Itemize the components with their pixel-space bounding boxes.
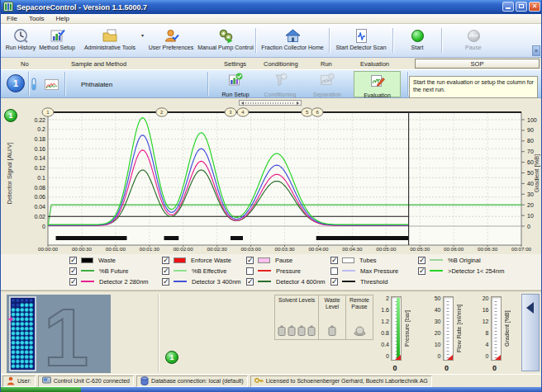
right-axis-label: Gradient [%B] [533, 154, 540, 193]
step-button-evaluation[interactable]: Evaluation [354, 71, 401, 97]
gauge-tick: 10 [435, 342, 441, 347]
legend-label: >Detector 1< 254nm [448, 267, 504, 275]
menu-item-file[interactable]: File [1, 15, 23, 22]
sphere-stop-icon: STOP [468, 27, 480, 44]
legend-swatch [81, 257, 93, 263]
legend-checkbox[interactable]: ✓ [69, 278, 77, 286]
restore-button[interactable] [516, 2, 527, 12]
minimize-button[interactable] [502, 2, 514, 12]
legend-item--detector-1-254nm: ✓>Detector 1< 254nm [418, 267, 504, 275]
menu-item-tools[interactable]: Tools [23, 15, 50, 22]
toolbar-button-start-detector-scan[interactable]: Start Detector Scan [331, 25, 391, 56]
chromatogram-chart: 00.020.040.060.080.10.120.140.160.180.20… [1, 107, 542, 254]
legend-checkbox[interactable]: ✓ [69, 257, 77, 264]
toolbar-button-administrative-tools[interactable]: ▾Administrative Tools [75, 25, 145, 56]
svg-text:0: 0 [527, 224, 530, 229]
legend-label: Detector 2 280nm [99, 278, 149, 286]
scroll-left-icon[interactable] [241, 102, 244, 105]
legend-item--b-effective: ✓%B Effective [162, 267, 226, 275]
legend-item-detector-2-280nm: ✓Detector 2 280nm [69, 277, 149, 286]
close-button[interactable]: ✕ [529, 2, 540, 12]
step-button-run-setup[interactable]: Run Setup [209, 71, 262, 97]
row-cell-divider [64, 72, 65, 96]
legend-checkbox[interactable]: ✓ [246, 278, 254, 286]
bottom-strip-blue [81, 387, 542, 392]
toolbar-button-label: Pause [465, 45, 482, 50]
legend-checkbox[interactable]: ✓ [246, 257, 254, 264]
legend-label: Detector 3 400nm [192, 278, 241, 286]
legend-checkbox[interactable]: ✓ [418, 267, 426, 275]
legend-swatch [430, 270, 443, 272]
home-icon [285, 27, 301, 44]
toolbar-button-start[interactable]: Start [395, 25, 440, 56]
legend-checkbox[interactable] [246, 267, 254, 275]
stop-sphere-icon: STOP [468, 30, 480, 42]
gauge-gradient-b-: 201612840Gradient [%B]0 [471, 295, 518, 372]
header-column-no: No [21, 60, 29, 68]
start-sphere-icon [411, 30, 424, 42]
step-label: Conditioning [264, 92, 297, 97]
legend-item-detector-3-400nm: ✓Detector 3 400nm [162, 277, 241, 286]
toolbar-button-method-setup[interactable]: Method Setup [39, 25, 75, 56]
toolbar: Run HistoryMethod Setup▾Administrative T… [1, 24, 542, 58]
menu-item-help[interactable]: Help [50, 15, 75, 22]
chromatogram-panel: 00.020.040.060.080.10.120.140.160.180.20… [1, 107, 542, 254]
database-icon [140, 376, 149, 386]
toolbar-button-label: Method Setup [39, 45, 75, 50]
step-separation-icon [320, 73, 335, 91]
toolbar-button-fraction-collector-home[interactable]: Fraction Collector Home [258, 25, 327, 56]
legend-checkbox[interactable]: ✓ [418, 257, 426, 264]
gauge-tick: 1.2 [381, 319, 389, 324]
run-number-badge: 1 [7, 74, 25, 92]
legend-swatch [342, 270, 355, 272]
toolbar-separator [255, 28, 256, 53]
toolbar-button-run-history[interactable]: Run History [2, 25, 39, 56]
legend-label: Pressure [276, 267, 301, 275]
svg-text:00:05:00: 00:05:00 [376, 246, 397, 252]
legend-checkbox[interactable]: ✓ [330, 278, 338, 286]
svg-text:0.18: 0.18 [34, 136, 45, 142]
step-label: Separation [313, 92, 341, 97]
legend-checkbox[interactable]: ✓ [162, 257, 169, 264]
svg-text:00:07:00: 00:07:00 [511, 246, 532, 252]
collapse-panel-button[interactable] [521, 294, 540, 371]
toolbar-overflow-button[interactable]: » [532, 45, 540, 56]
bottom-strip-green [1, 387, 81, 392]
sop-button[interactable]: SOP [415, 59, 540, 68]
toolbar-button-user-preferences[interactable]: User Preferences [145, 25, 197, 56]
row-cell-divider [207, 72, 208, 96]
collapse-arrow-icon [526, 302, 534, 314]
gauge-tube [491, 296, 502, 361]
scroll-right-icon[interactable] [297, 102, 299, 105]
title-bar[interactable]: SepacoreControl - Version 1.1.5000.7 ✕ [1, 0, 542, 14]
instrument-panel: 1 1 Solvent LevelsWaste LevelRemote Paus… [1, 290, 542, 374]
detector-scan-icon [354, 27, 369, 44]
svg-text:0.16: 0.16 [34, 146, 45, 152]
status-unit: Control Unit C-620 connected [38, 375, 134, 387]
status-text: User: [17, 378, 31, 384]
history-clock-icon [13, 27, 29, 44]
toolbar-button-manual-pump-control[interactable]: Manual Pump Control [197, 25, 254, 56]
legend-swatch [342, 281, 355, 282]
legend-checkbox[interactable]: ✓ [162, 267, 169, 275]
group-label: Waste Level [319, 297, 345, 309]
legend-checkbox[interactable] [330, 267, 338, 275]
scroll-track[interactable] [245, 102, 295, 104]
trace-legend: ✓Waste✓Enforce Waste✓Pause✓Tubes✓%B Orig… [1, 254, 542, 290]
legend-swatch [174, 281, 187, 282]
legend-checkbox[interactable]: ✓ [69, 267, 77, 275]
legend-checkbox[interactable]: ✓ [162, 278, 169, 286]
legend-checkbox[interactable]: ✓ [330, 257, 338, 264]
vial-icon [31, 78, 37, 94]
group-remote-pause: Remote Pause [345, 295, 373, 339]
chart-range-scrollbar[interactable] [239, 100, 302, 106]
svg-text:100: 100 [527, 117, 537, 123]
legend-item-detector-4-600nm: ✓Detector 4 600nm [246, 277, 326, 286]
sample-name: Phthalaten [81, 81, 112, 88]
svg-text:00:00:00: 00:00:00 [38, 246, 59, 252]
toolbar-button-label: Run History [6, 45, 36, 50]
gauge-value: 0 [392, 364, 397, 372]
gauge-fill-bar [397, 298, 400, 359]
gauge-tick: 2 [386, 295, 389, 301]
user-icon [164, 27, 179, 44]
